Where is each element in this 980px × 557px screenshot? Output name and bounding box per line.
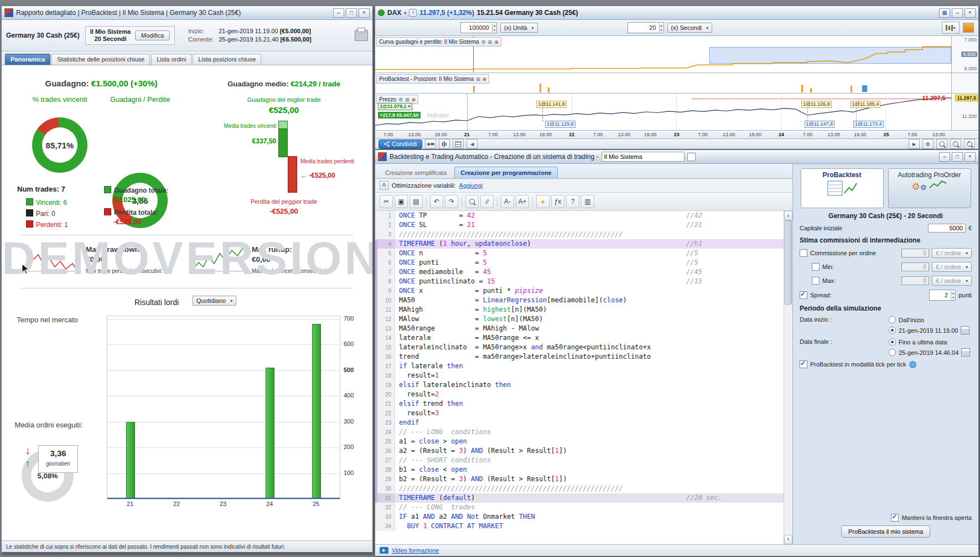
calendar-icon[interactable]	[453, 139, 464, 149]
close-icon[interactable]: ⊗	[494, 39, 499, 45]
chart-settings-icon[interactable]: ⚙	[922, 139, 934, 149]
positions-panel-header[interactable]: ProBacktest - Posizioni: Il Mio Sistema …	[376, 74, 489, 84]
open-position-badge[interactable]: 1@11.079,1 ×	[378, 103, 412, 110]
capital-input[interactable]	[928, 224, 966, 233]
trade-marker[interactable]: 1@11.126,8	[801, 101, 832, 108]
timeframe-unit-select[interactable]: (x) Secondi▾	[667, 23, 713, 33]
close-position-icon[interactable]: ×	[408, 104, 411, 109]
hint-icon[interactable]: ●	[536, 195, 549, 208]
max-input[interactable]	[901, 276, 929, 285]
trade-marker[interactable]: 1@11.141,8	[536, 101, 567, 108]
scroll-down-icon[interactable]: ▾	[784, 535, 792, 544]
add-variable-link[interactable]: Aggiungi	[459, 182, 483, 189]
trade-marker[interactable]: 1@11.147,8	[805, 121, 835, 128]
duplicate-icon[interactable]	[687, 153, 696, 161]
keep-window-checkbox[interactable]	[891, 514, 899, 522]
price-plot[interactable]: Prezzo ⚙ ⊞ ⊗ 1@11.079,1 × +217,9 €5.447,…	[375, 94, 951, 130]
search-icon[interactable]	[465, 195, 479, 208]
close-icon[interactable]: ⊗	[412, 97, 416, 102]
end-date-radio[interactable]	[889, 349, 896, 356]
layout-icon[interactable]: ▦	[939, 8, 950, 18]
alerts-icon[interactable]	[963, 23, 974, 33]
tab-panoramica[interactable]: Panoramica	[5, 54, 50, 65]
max-unit-select[interactable]: € / ordine▾	[932, 276, 972, 286]
font-smaller-icon[interactable]: A-	[501, 195, 514, 208]
settings-icon[interactable]: ⚙	[398, 97, 403, 102]
calendar-icon[interactable]	[961, 348, 970, 357]
equity-panel-header[interactable]: Curva guadagni e perdite: Il Mio Sistema…	[376, 37, 501, 47]
start-date-radio[interactable]	[889, 327, 896, 334]
popout-icon[interactable]: ⊞	[488, 39, 492, 45]
indicators-icon[interactable]	[439, 139, 450, 149]
tab-lista-posizioni-chiuse[interactable]: Lista posizioni chiuse	[193, 54, 261, 65]
run-backtest-button[interactable]: ProBacktesta il mio sistema	[841, 525, 930, 538]
quantity-unit-select[interactable]: (x) Unità▾	[500, 23, 538, 33]
position-mark-selected[interactable]	[862, 85, 867, 92]
close-icon[interactable]: ×	[965, 152, 976, 162]
trade-marker[interactable]: 1@11.129,8	[545, 121, 575, 128]
editor-titlebar[interactable]: Backtesting e Trading Automatico - Creaz…	[375, 150, 978, 164]
popout-icon[interactable]: ⊞	[405, 97, 409, 102]
maximize-icon[interactable]: □	[346, 8, 357, 18]
tab-statistiche-delle-posizioni-chiuse[interactable]: Statistiche delle posizioni chiuse	[51, 54, 150, 65]
min-checkbox[interactable]	[812, 263, 820, 271]
maximize-icon[interactable]: □	[952, 152, 963, 162]
position-mark[interactable]	[540, 84, 541, 92]
settings-icon[interactable]: ⚙	[481, 39, 486, 45]
start-from-beginning-radio[interactable]	[889, 316, 896, 323]
pan-icon[interactable]	[936, 139, 947, 149]
scroll-left-icon[interactable]: ◀	[466, 139, 478, 149]
share-button[interactable]: Condividi	[378, 140, 422, 149]
period-select[interactable]: Quotidiano▾	[193, 296, 236, 306]
position-mark[interactable]	[851, 86, 852, 92]
function-icon[interactable]: ƒx	[551, 195, 564, 208]
chart-style-button[interactable]: ▾	[942, 22, 960, 34]
min-unit-select[interactable]: € / ordine▾	[932, 262, 972, 272]
chevron-down-icon[interactable]: ▾	[404, 11, 406, 16]
positions-strip[interactable]: ProBacktest - Posizioni: Il Mio Sistema …	[375, 73, 951, 93]
scroll-up-icon[interactable]: ▴	[784, 211, 792, 220]
video-training-link[interactable]: Video formazione	[392, 547, 439, 554]
system-name-input[interactable]	[602, 152, 685, 162]
cut-icon[interactable]: ✂	[380, 195, 393, 208]
min-input[interactable]	[901, 262, 929, 271]
instrument-name[interactable]: DAX	[387, 9, 401, 17]
code-scrollbar[interactable]: ▴ ▾	[784, 211, 792, 544]
commission-input[interactable]	[901, 249, 929, 257]
copy-icon[interactable]: ▣	[395, 195, 408, 208]
zoom-in-icon[interactable]: +	[964, 139, 975, 149]
trader-profile-icon[interactable]	[425, 139, 436, 149]
tick-by-tick-checkbox[interactable]	[800, 360, 807, 368]
wrench-icon[interactable]: ⚙	[380, 181, 388, 190]
font-larger-icon[interactable]: A+	[516, 195, 529, 208]
timeframe-stepper[interactable]: 20▴▾	[628, 22, 664, 33]
end-last-data-radio[interactable]	[889, 338, 896, 345]
spread-stepper[interactable]: 2▴▾	[929, 290, 956, 301]
comment-icon[interactable]: //	[480, 195, 494, 208]
commission-checkbox[interactable]	[800, 249, 807, 257]
scroll-right-icon[interactable]: ▶	[909, 139, 920, 149]
commission-unit-select[interactable]: € / ordine▾	[932, 248, 972, 258]
help-icon[interactable]: ?	[566, 195, 579, 208]
tab-creazione-per-programmazione[interactable]: Creazione per programmazione	[454, 167, 557, 178]
redo-icon[interactable]: ↷	[445, 195, 458, 208]
scrollbar-thumb[interactable]	[785, 220, 792, 305]
position-mark[interactable]	[801, 85, 803, 92]
report-titlebar[interactable]: Rapporto dettagliato | ProBacktest | Il …	[2, 6, 372, 20]
print-icon[interactable]	[355, 30, 368, 41]
max-checkbox[interactable]	[812, 277, 820, 285]
popout-icon[interactable]: ⊞	[476, 76, 480, 82]
quantity-stepper[interactable]: 100000▴▾	[460, 22, 497, 33]
tab-creazione-semplificata[interactable]: Creazione semplificata	[380, 167, 452, 178]
code-editor[interactable]: 1ONCE TP = 42//422ONCE SL = 21//213/////…	[375, 211, 792, 544]
position-mark[interactable]	[548, 87, 549, 92]
trade-marker[interactable]: 1@11.173,4	[853, 121, 884, 128]
zoom-out-icon[interactable]: −	[950, 139, 961, 149]
undo-icon[interactable]: ↶	[430, 195, 443, 208]
chart-titlebar[interactable]: DAX ▾ i 11.297,5 (+1,32%) 15.21.54 Germa…	[375, 6, 978, 20]
minimize-icon[interactable]: –	[939, 152, 950, 162]
spread-checkbox[interactable]	[800, 291, 807, 299]
trade-marker[interactable]: 1@11.185,4	[851, 101, 881, 108]
tab-lista-ordini[interactable]: Lista ordini	[151, 54, 191, 65]
close-icon[interactable]: ×	[965, 8, 976, 18]
